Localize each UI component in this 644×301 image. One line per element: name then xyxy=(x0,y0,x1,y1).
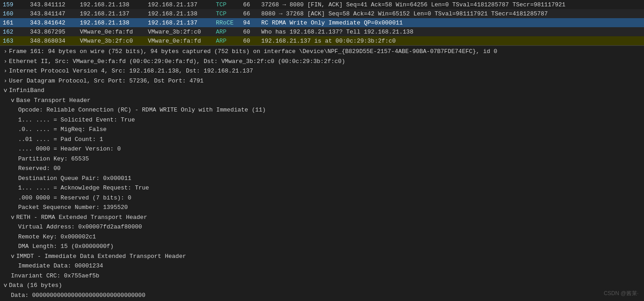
detail-line: ..01 .... = Pad Count: 1 xyxy=(0,135,644,145)
detail-line[interactable]: vData (16 bytes) xyxy=(0,281,644,291)
packet-num: 159 xyxy=(0,0,27,9)
packet-time: 343.841147 xyxy=(27,9,77,18)
detail-line: .000 0000 = Reserved (7 bits): 0 xyxy=(0,193,644,203)
detail-line: .0.. .... = MigReq: False xyxy=(0,125,644,135)
packet-src: 192.168.21.137 xyxy=(77,9,145,18)
detail-text: DMA Length: 15 (0x0000000f) xyxy=(18,243,114,250)
collapse-arrow: › xyxy=(4,58,7,65)
detail-line[interactable]: ›Internet Protocol Version 4, Src: 192.1… xyxy=(0,66,644,76)
detail-line: .... 0000 = Header Version: 0 xyxy=(0,144,644,154)
detail-text: Ethernet II, Src: VMware_0e:fa:fd (00:0c… xyxy=(9,58,345,65)
packet-time: 343.841112 xyxy=(27,0,77,9)
detail-text: Opcode: Reliable Connection (RC) - RDMA … xyxy=(18,107,266,113)
table-row[interactable]: 160 343.841147 192.168.21.137 192.168.21… xyxy=(0,9,644,18)
detail-line: DMA Length: 15 (0x0000000f) xyxy=(0,242,644,252)
table-row[interactable]: 162 343.867295 VMware_0e:fa:fd VMware_3b… xyxy=(0,27,644,36)
expand-arrow: v xyxy=(11,97,15,104)
detail-text: 1... .... = Acknowledge Request: True xyxy=(18,184,149,191)
table-row[interactable]: 161 343.841642 192.168.21.138 192.168.21… xyxy=(0,18,644,27)
detail-text: IMMDT - Immediate Data Extended Transpor… xyxy=(16,253,186,260)
packet-info: 37268 → 8080 [FIN, ACK] Seq=41 Ack=58 Wi… xyxy=(259,0,644,9)
packet-num: 160 xyxy=(0,9,27,18)
packet-proto: ARP xyxy=(213,36,240,45)
detail-line[interactable]: vInfiniBand xyxy=(0,86,644,96)
detail-text: RETH - RDMA Extended Transport Header xyxy=(16,214,147,221)
detail-text: Data (16 bytes) xyxy=(9,282,62,289)
packet-src: 192.168.21.138 xyxy=(77,18,145,27)
detail-text: .... 0000 = Header Version: 0 xyxy=(18,146,121,152)
collapse-arrow: › xyxy=(4,78,7,84)
packet-info: Who has 192.168.21.137? Tell 192.168.21.… xyxy=(259,27,644,36)
detail-line[interactable]: ›Ethernet II, Src: VMware_0e:fa:fd (00:0… xyxy=(0,57,644,67)
detail-text: Invariant CRC: 0x755aef5b xyxy=(11,272,99,279)
packet-info: 192.168.21.137 is at 00:0c:29:3b:2f:c0 xyxy=(259,36,644,45)
detail-text: Frame 161: 94 bytes on wire (752 bits), … xyxy=(9,48,498,55)
detail-text: Reserved: 00 xyxy=(18,165,61,172)
detail-line[interactable]: vIMMDT - Immediate Data Extended Transpo… xyxy=(0,252,644,262)
packet-proto: ARP xyxy=(213,27,240,36)
detail-text: Data: 00000000000000000000000000000000 xyxy=(11,292,145,299)
detail-text: InfiniBand xyxy=(9,87,44,94)
packet-num: 161 xyxy=(0,18,27,27)
detail-text: .0.. .... = MigReq: False xyxy=(18,126,107,133)
packet-time: 343.841642 xyxy=(27,18,77,27)
detail-line: 1... .... = Solicited Event: True xyxy=(0,115,644,125)
detail-text: 1... .... = Solicited Event: True xyxy=(18,117,135,123)
packet-info: 8080 → 37268 [ACK] Seq=58 Ack=42 Win=651… xyxy=(259,9,644,18)
detail-text: ..01 .... = Pad Count: 1 xyxy=(18,136,103,143)
detail-text: Partition Key: 65535 xyxy=(18,155,89,162)
detail-line[interactable]: vBase Transport Header xyxy=(0,96,644,106)
packet-src: 192.168.21.138 xyxy=(77,0,145,9)
detail-text: Packet Sequence Number: 1395520 xyxy=(18,204,128,211)
detail-line: Remote Key: 0x000002c1 xyxy=(0,232,644,242)
packet-proto: TCP xyxy=(213,0,240,9)
table-row[interactable]: 159 343.841112 192.168.21.138 192.168.21… xyxy=(0,0,644,9)
detail-panel: ›Frame 161: 94 bytes on wire (752 bits),… xyxy=(0,45,644,301)
packet-dst: VMware_3b:2f:c0 xyxy=(145,27,213,36)
detail-line[interactable]: ›User Datagram Protocol, Src Port: 57236… xyxy=(0,76,644,86)
detail-line: Data: 00000000000000000000000000000000 xyxy=(0,291,644,301)
packet-info: RC RDMA Write Only Immediate QP=0x000011 xyxy=(259,18,644,27)
detail-text: Internet Protocol Version 4, Src: 192.16… xyxy=(9,68,253,74)
detail-text: Base Transport Header xyxy=(16,97,91,104)
packet-dst: 192.168.21.138 xyxy=(145,9,213,18)
detail-text: Immediate Data: 00001234 xyxy=(18,262,103,269)
expand-arrow: v xyxy=(11,253,15,260)
detail-text: Remote Key: 0x000002c1 xyxy=(18,233,96,240)
packet-time: 343.867295 xyxy=(27,27,77,36)
expand-arrow: v xyxy=(4,87,7,94)
detail-line: Partition Key: 65535 xyxy=(0,154,644,164)
packet-len: 60 xyxy=(240,36,259,45)
packet-proto: TCP xyxy=(213,9,240,18)
detail-line[interactable]: ›Frame 161: 94 bytes on wire (752 bits),… xyxy=(0,47,644,57)
detail-line: Reserved: 00 xyxy=(0,164,644,174)
packet-proto: RRoCE xyxy=(213,18,240,27)
detail-line[interactable]: vRETH - RDMA Extended Transport Header xyxy=(0,213,644,223)
packet-src: VMware_3b:2f:c0 xyxy=(77,36,145,45)
collapse-arrow: › xyxy=(4,48,7,55)
packet-len: 66 xyxy=(240,9,259,18)
packet-len: 66 xyxy=(240,0,259,9)
expand-arrow: v xyxy=(11,214,15,221)
detail-line: 1... .... = Acknowledge Request: True xyxy=(0,183,644,193)
packet-num: 162 xyxy=(0,27,27,36)
packet-len: 60 xyxy=(240,27,259,36)
packet-src: VMware_0e:fa:fd xyxy=(77,27,145,36)
watermark: CSDN @酱莱· xyxy=(604,290,639,297)
packet-dst: VMware_0e:fa:fd xyxy=(145,36,213,45)
expand-arrow: v xyxy=(4,282,7,289)
detail-line: Invariant CRC: 0x755aef5b xyxy=(0,271,644,281)
packet-len: 94 xyxy=(240,18,259,27)
packet-dst: 192.168.21.137 xyxy=(145,0,213,9)
packet-table: 159 343.841112 192.168.21.138 192.168.21… xyxy=(0,0,644,45)
detail-line: Opcode: Reliable Connection (RC) - RDMA … xyxy=(0,105,644,115)
detail-text: Virtual Address: 0x00007fd2aaf80000 xyxy=(18,223,142,230)
detail-line: Packet Sequence Number: 1395520 xyxy=(0,203,644,213)
packet-dst: 192.168.21.137 xyxy=(145,18,213,27)
collapse-arrow: › xyxy=(4,68,7,74)
packet-num: 163 xyxy=(0,36,27,45)
table-row[interactable]: 163 348.868034 VMware_3b:2f:c0 VMware_0e… xyxy=(0,36,644,45)
detail-text: Destination Queue Pair: 0x000011 xyxy=(18,175,132,182)
detail-line: Immediate Data: 00001234 xyxy=(0,261,644,271)
packet-time: 348.868034 xyxy=(27,36,77,45)
